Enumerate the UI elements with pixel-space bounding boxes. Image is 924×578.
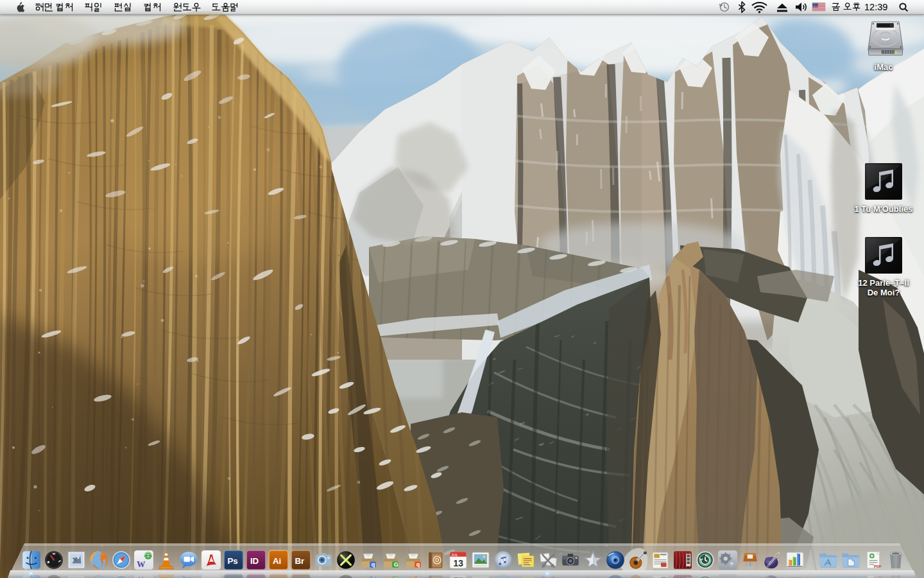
svg-text:12:39: 12:39: [864, 2, 887, 12]
svg-text:PDF: PDF: [874, 575, 882, 578]
svg-text:Br: Br: [295, 556, 304, 566]
svg-text:G: G: [394, 561, 398, 568]
svg-text:13: 13: [454, 575, 464, 578]
svg-text:w: w: [137, 574, 145, 578]
svg-text:q: q: [372, 561, 375, 568]
svg-text:Ai: Ai: [273, 556, 281, 566]
svg-text:q: q: [416, 561, 420, 568]
svg-text:13: 13: [454, 558, 464, 568]
svg-text:w: w: [137, 557, 145, 570]
svg-text:ID: ID: [250, 556, 259, 566]
svg-text:Ps: Ps: [227, 556, 237, 566]
svg-text:JUL: JUL: [451, 553, 458, 557]
svg-text:PDF: PDF: [874, 565, 882, 568]
